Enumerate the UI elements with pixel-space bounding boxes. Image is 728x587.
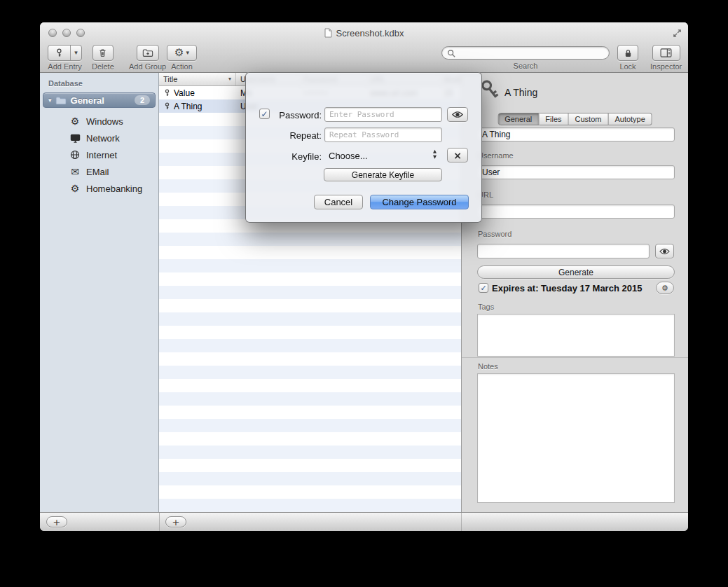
url-field[interactable] — [477, 205, 675, 219]
add-entry-button[interactable]: ▾ — [48, 45, 82, 61]
stepper-arrows-icon[interactable]: ▲ ▼ — [433, 149, 437, 159]
dialog-keyfile-label: Keyfile: — [267, 151, 322, 162]
add-entry-toolbar-item: ▾ Add Entry — [48, 45, 82, 71]
folder-icon — [55, 96, 67, 105]
search-icon — [447, 49, 455, 57]
action-button[interactable]: ⚙ ▾ — [167, 45, 197, 61]
key-icon — [163, 88, 171, 97]
lock-toolbar-item: Lock — [617, 45, 638, 71]
sidebar-items: ⚙ Windows Network Internet ✉ — [40, 113, 158, 197]
sidebar-item-internet[interactable]: Internet — [40, 146, 158, 163]
entry-title: A Thing — [174, 102, 202, 111]
change-password-button[interactable]: Change Password — [370, 195, 469, 209]
delete-label: Delete — [92, 62, 114, 71]
expires-settings-button[interactable]: ⚙ — [656, 282, 674, 294]
delete-button[interactable] — [92, 45, 114, 61]
inspector-tabs: General Files Custom Autotype — [497, 113, 652, 125]
inspector-label: Inspector — [650, 62, 682, 71]
sort-desc-icon: ▾ — [228, 76, 231, 82]
gear-icon: ⚙ — [174, 48, 184, 58]
delete-toolbar-item: Delete — [92, 45, 114, 71]
plus-icon: + — [172, 518, 180, 527]
add-group-plus-button[interactable]: + — [46, 516, 67, 527]
gear-icon: ⚙ — [661, 284, 668, 292]
fullscreen-icon[interactable] — [673, 28, 682, 41]
clear-keyfile-button[interactable]: × — [447, 148, 468, 163]
sidebar-header: Database — [40, 73, 158, 91]
add-group-label: Add Group — [129, 62, 166, 71]
stepper-down-icon: ▼ — [433, 155, 437, 160]
toolbar: ▾ Add Entry Delete Add Group ⚙ ▾ — [40, 43, 688, 73]
sidebar-item-network[interactable]: Network — [40, 130, 158, 146]
keyfile-popup-button[interactable]: Choose... — [329, 151, 368, 161]
bottom-bar-separator — [461, 513, 462, 531]
show-password-button[interactable] — [655, 244, 674, 258]
bottom-bar-separator — [159, 513, 160, 531]
notes-field[interactable] — [477, 373, 675, 503]
action-toolbar-item: ⚙ ▾ Action — [167, 45, 197, 71]
inspector-divider — [462, 357, 688, 358]
search-input[interactable] — [458, 48, 604, 58]
notes-label: Notes — [478, 362, 498, 371]
tab-files[interactable]: Files — [539, 113, 568, 125]
tags-field[interactable] — [477, 314, 675, 357]
check-icon: ✓ — [480, 284, 486, 292]
sidebar-item-label: EMail — [86, 167, 109, 177]
tab-general[interactable]: General — [497, 113, 539, 125]
column-header-title[interactable]: Title ▾ — [159, 73, 236, 85]
tab-custom[interactable]: Custom — [569, 113, 609, 125]
sidebar: Database ▾ General 2 ⚙ Windows Network — [40, 73, 159, 512]
globe-icon — [69, 150, 81, 160]
password-field[interactable] — [477, 244, 650, 258]
chevron-down-icon[interactable]: ▾ — [70, 46, 81, 60]
password-input[interactable] — [324, 107, 442, 122]
gear-icon: ⚙ — [69, 116, 81, 126]
inspector-panel-icon — [660, 48, 672, 57]
trash-icon — [98, 48, 107, 58]
folder-plus-icon — [142, 48, 153, 57]
inspector-panel: A Thing General Files Custom Autotype Us… — [461, 73, 688, 512]
inspector-toggle-button[interactable] — [652, 45, 680, 61]
document-icon — [324, 28, 332, 38]
title-field[interactable] — [477, 127, 675, 141]
change-password-dialog: ✓ Password: Repeat: Keyfile: Choose... ▲… — [245, 72, 482, 223]
plus-icon: + — [53, 518, 61, 527]
sidebar-item-label: Homebanking — [86, 184, 142, 194]
group-count-badge: 2 — [135, 95, 150, 105]
close-icon: × — [453, 151, 462, 160]
search-field[interactable] — [441, 46, 610, 60]
key-icon — [163, 102, 171, 111]
monitor-icon — [69, 134, 81, 143]
expires-checkbox[interactable]: ✓ — [479, 283, 488, 293]
window-chrome: Screenshot.kdbx ▾ Add Entry D — [40, 22, 688, 73]
eye-icon — [452, 111, 463, 118]
sidebar-item-homebanking[interactable]: ⚙ Homebanking — [40, 180, 158, 197]
stepper-up-icon: ▲ — [433, 149, 437, 154]
sidebar-item-windows[interactable]: ⚙ Windows — [40, 113, 158, 130]
disclosure-triangle-icon[interactable]: ▾ — [48, 97, 52, 104]
show-password-button[interactable] — [447, 107, 468, 122]
tab-autotype[interactable]: Autotype — [608, 113, 652, 125]
dialog-repeat-label: Repeat: — [267, 130, 322, 141]
entry-title: Value — [174, 88, 195, 98]
username-field[interactable] — [477, 165, 675, 179]
lock-label: Lock — [617, 62, 638, 71]
chevron-down-icon: ▾ — [186, 50, 189, 56]
sidebar-group-general[interactable]: ▾ General 2 — [43, 92, 156, 108]
password-label: Password — [478, 230, 511, 238]
add-entry-plus-button[interactable]: + — [165, 516, 186, 527]
cancel-button[interactable]: Cancel — [314, 195, 363, 209]
eye-icon — [659, 248, 670, 255]
add-group-toolbar-item: Add Group — [129, 45, 166, 71]
generate-password-button[interactable]: Generate — [477, 265, 675, 279]
repeat-password-input[interactable] — [324, 127, 442, 142]
gear-icon: ⚙ — [69, 184, 81, 193]
key-plus-icon — [48, 46, 70, 60]
username-label: Username — [478, 151, 514, 160]
generate-keyfile-button[interactable]: Generate Keyfile — [324, 168, 442, 181]
search-label: Search — [441, 62, 610, 70]
add-group-button[interactable] — [137, 45, 159, 61]
lock-button[interactable] — [617, 45, 638, 61]
dialog-password-label: Password: — [267, 110, 322, 120]
sidebar-item-email[interactable]: ✉ EMail — [40, 163, 158, 180]
